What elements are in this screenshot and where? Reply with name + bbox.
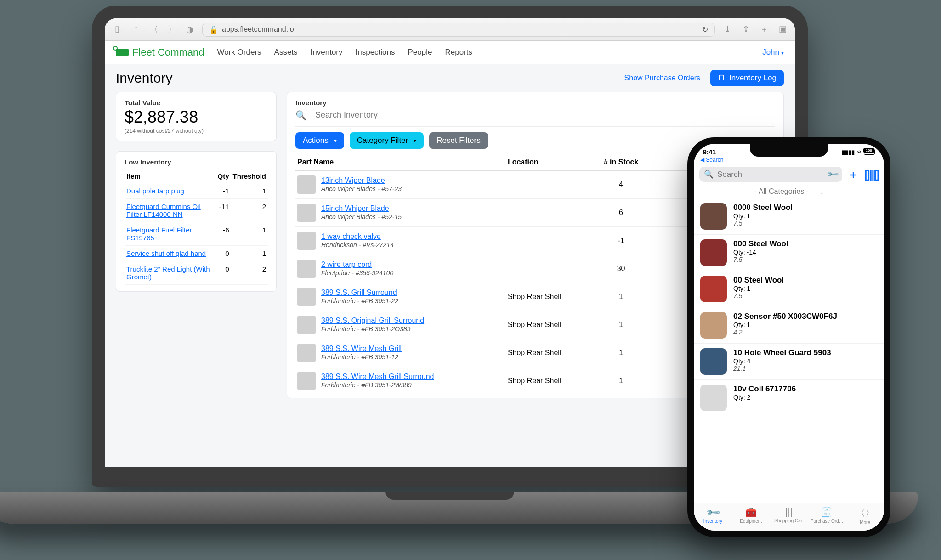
part-thumbnail — [297, 344, 316, 362]
shield-icon[interactable]: ◑ — [185, 24, 195, 34]
total-value: $2,887.38 — [125, 107, 268, 127]
low-item-link[interactable]: Service shut off glad hand — [126, 249, 206, 257]
item-name: 000 Steel Wool — [733, 239, 788, 249]
item-price: 21.1 — [733, 365, 831, 372]
list-item[interactable]: 000 Steel WoolQty: -147.5 — [694, 235, 884, 271]
low-th-qty: Qty — [215, 170, 231, 183]
part-thumbnail — [297, 260, 316, 278]
status-time: 9:41 — [703, 148, 716, 156]
total-value-sub: (214 without cost/27 without qty) — [125, 128, 268, 134]
item-thumbnail — [700, 312, 727, 339]
part-name-link[interactable]: 15inch Whiper Blade — [321, 204, 389, 212]
user-menu[interactable]: John▾ — [762, 48, 784, 57]
new-tab-icon[interactable]: ＋ — [759, 24, 769, 35]
nav-inspections[interactable]: Inspections — [356, 48, 395, 57]
invoice-icon: 🧾 — [821, 507, 833, 518]
item-name: 02 Sensor #50 X003CW0F6J — [733, 312, 837, 321]
back-button[interactable]: ◀ Search — [694, 156, 884, 164]
mobile-search-placeholder: Search — [717, 170, 742, 179]
part-thumbnail — [297, 372, 316, 390]
low-item-link[interactable]: Fleetguard Fuel Filter FS19765 — [126, 226, 192, 242]
item-name: 0000 Steel Wool — [733, 203, 793, 212]
part-subtitle: Ferblanterie - #FB 3051-22 — [321, 297, 398, 305]
tabs-icon[interactable]: ▣ — [777, 24, 788, 35]
nav-work-orders[interactable]: Work Orders — [217, 48, 261, 57]
brand[interactable]: Fleet Command — [116, 46, 204, 58]
part-name-link[interactable]: 389 S.S. Original Grill Surround — [321, 317, 424, 324]
app-navbar: Fleet Command Work Orders Assets Invento… — [105, 41, 795, 64]
inventory-log-button[interactable]: 🗒 Inventory Log — [710, 70, 784, 86]
list-item[interactable]: 0000 Steel WoolQty: 17.5 — [694, 198, 884, 235]
item-thumbnail — [700, 203, 727, 230]
part-name-link[interactable]: 389 S.S. Wire Mesh Grill — [321, 345, 402, 352]
tab-purchase-orders[interactable]: 🧾Purchase Ord… — [810, 507, 844, 525]
tab-more[interactable]: 〈〉More — [848, 507, 882, 525]
item-thumbnail — [700, 348, 727, 375]
back-icon[interactable]: 〈 — [149, 24, 159, 35]
wrench-icon: 🔧 — [707, 507, 719, 518]
iphone-frame: 9:41 ▮▮▮▮ ⌔ ◀ Search 🔍 Search 🔧 ＋ [||||]… — [687, 137, 890, 537]
tab-shopping-cart[interactable]: |||Shopping Cart — [772, 507, 806, 525]
tab-equipment[interactable]: 🧰Equipment — [734, 507, 768, 525]
share-icon[interactable]: ⇪ — [741, 24, 751, 35]
part-name-link[interactable]: 389 S.S. Grill Surround — [321, 288, 397, 296]
battery-icon — [864, 149, 875, 155]
item-qty: Qty: 1 — [733, 321, 837, 328]
item-qty: Qty: 1 — [733, 285, 784, 292]
low-item-link[interactable]: Fleetguard Cummins Oil Filter LF14000 NN — [126, 203, 201, 218]
part-subtitle: Fleetpride - #356-924100 — [321, 269, 393, 277]
item-thumbnail — [700, 385, 727, 411]
search-input[interactable] — [313, 108, 775, 122]
part-name-link[interactable]: 2 wire tarp cord — [321, 260, 372, 268]
reset-filters-button[interactable]: Reset Filters — [429, 132, 488, 149]
show-purchase-orders-link[interactable]: Show Purchase Orders — [624, 74, 700, 82]
forward-icon[interactable]: 〉 — [167, 24, 177, 35]
sidebar-toggle-icon[interactable]: ▯ — [112, 24, 122, 35]
mobile-search-input[interactable]: 🔍 Search 🔧 — [699, 167, 842, 182]
category-filter-button[interactable]: Category Filter▾ — [350, 132, 424, 149]
category-selector[interactable]: - All Categories - — [754, 187, 809, 196]
part-name-link[interactable]: 1 way check valve — [321, 232, 381, 240]
barcode-icon[interactable]: [||||] — [864, 168, 879, 181]
tab-inventory[interactable]: 🔧Inventory — [696, 507, 730, 525]
item-price: 7.5 — [733, 292, 784, 300]
nav-people[interactable]: People — [408, 48, 432, 57]
add-button[interactable]: ＋ — [848, 167, 859, 182]
list-item[interactable]: 02 Sensor #50 X003CW0F6JQty: 14.2 — [694, 307, 884, 344]
chevron-down-icon[interactable]: ⌄ — [130, 24, 141, 35]
barcode-icon: ||| — [785, 507, 793, 517]
item-price: 7.5 — [733, 220, 793, 227]
part-subtitle: Ferblanterie - #FB 3051-2W389 — [321, 381, 412, 389]
low-inventory-card: Low Inventory Item Qty Threshold Dual po… — [116, 151, 277, 292]
part-name-link[interactable]: 13inch Wiper Blade — [321, 176, 385, 184]
item-name: 10 Hole Wheel Guard 5903 — [733, 348, 831, 357]
nav-assets[interactable]: Assets — [274, 48, 298, 57]
item-qty: Qty: 4 — [733, 357, 831, 365]
status-bar: 9:41 ▮▮▮▮ ⌔ — [694, 144, 884, 156]
nav-reports[interactable]: Reports — [445, 48, 472, 57]
url-bar[interactable]: 🔒 apps.fleetcommand.io ↻ — [202, 23, 715, 37]
wrench-icon[interactable]: 🔧 — [828, 170, 838, 179]
total-value-card: Total Value $2,887.38 (214 without cost/… — [116, 92, 277, 141]
list-item[interactable]: 10v Coil 6717706Qty: 2 — [694, 380, 884, 416]
low-inventory-table: Item Qty Threshold Dual pole tarp plug-1… — [125, 170, 268, 285]
low-item-link[interactable]: Trucklite 2" Red Light (With Gromet) — [126, 265, 210, 281]
panel-title: Inventory — [295, 99, 775, 107]
list-item[interactable]: 10 Hole Wheel Guard 5903Qty: 421.1 — [694, 344, 884, 380]
nav-inventory[interactable]: Inventory — [311, 48, 343, 57]
part-subtitle: Ferblanterie - #FB 3051-12 — [321, 353, 398, 361]
table-row: Trucklite 2" Red Light (With Gromet)02 — [125, 261, 268, 285]
download-icon[interactable]: ⤓ — [722, 24, 732, 35]
refresh-icon[interactable]: ↻ — [702, 25, 708, 34]
inv-th-stock: # in Stock — [592, 154, 650, 170]
search-icon: 🔍 — [295, 110, 307, 121]
sort-icon[interactable]: ↓ — [820, 187, 823, 196]
table-row: Service shut off glad hand01 — [125, 246, 268, 261]
brand-text: Fleet Command — [132, 46, 204, 58]
part-name-link[interactable]: 389 S.S. Wire Mesh Grill Surround — [321, 373, 434, 380]
wifi-icon: ⌔ — [857, 149, 861, 156]
actions-button[interactable]: Actions▾ — [295, 132, 344, 149]
low-item-link[interactable]: Dual pole tarp plug — [126, 187, 184, 195]
table-row: Dual pole tarp plug-11 — [125, 183, 268, 199]
list-item[interactable]: 00 Steel WoolQty: 17.5 — [694, 271, 884, 307]
